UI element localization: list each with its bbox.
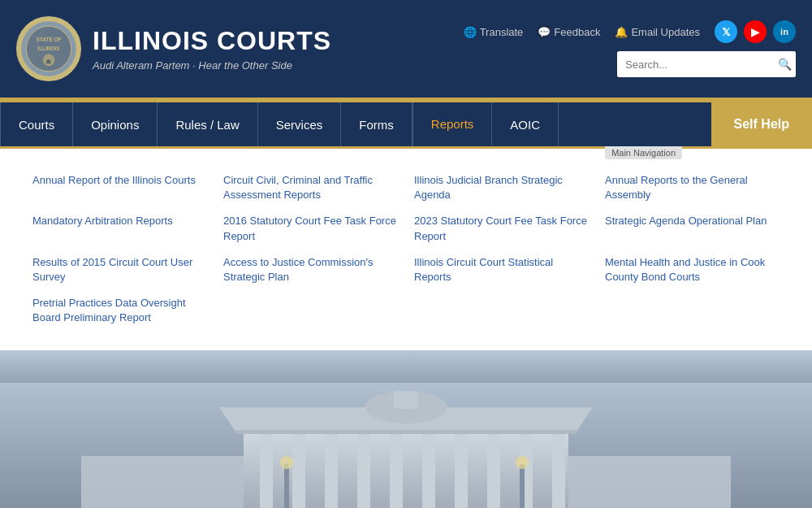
bell-icon: 🔔	[615, 26, 628, 38]
dropdown-item-12[interactable]: Pretrial Practices Data Oversight Board …	[32, 296, 207, 325]
dropdown-item-7[interactable]: Strategic Agenda Operational Plan	[605, 214, 780, 243]
svg-point-23	[280, 456, 293, 469]
dropdown-item-4[interactable]: Mandatory Arbitration Reports	[32, 214, 207, 243]
site-header: STATE OF ILLINOIS ⚖ ILLINOIS COURTS Audi…	[0, 0, 812, 98]
translate-icon: 🌐	[464, 26, 477, 38]
search-button[interactable]: 🔍	[770, 51, 796, 77]
svg-rect-9	[292, 423, 305, 509]
dropdown-item-2[interactable]: Illinois Judicial Branch Strategic Agend…	[414, 173, 589, 202]
reports-dropdown: Main Navigation Annual Report of the Ill…	[0, 146, 812, 350]
svg-rect-8	[260, 423, 273, 509]
svg-rect-13	[422, 423, 435, 509]
twitter-icon[interactable]: 𝕏	[715, 20, 737, 43]
svg-point-25	[516, 456, 529, 469]
nav-forms[interactable]: Forms	[341, 102, 412, 146]
nav-items: Courts Opinions Rules / Law Services For…	[0, 102, 711, 146]
search-icon: 🔍	[778, 58, 792, 71]
feedback-icon: 💬	[538, 26, 551, 38]
dropdown-item-9[interactable]: Access to Justice Commission's Strategic…	[223, 255, 398, 284]
site-subtitle: Audi Alteram Partem · Hear the Other Sid…	[93, 59, 331, 72]
feedback-link[interactable]: 💬 Feedback	[538, 26, 600, 38]
dropdown-item-6[interactable]: 2023 Statutory Court Fee Task Force Repo…	[414, 214, 589, 243]
nav-aoic[interactable]: AOIC	[492, 102, 559, 146]
nav-bar: Courts Opinions Rules / Law Services For…	[0, 102, 812, 146]
search-bar: 🔍	[617, 51, 796, 77]
svg-rect-27	[568, 456, 731, 509]
dropdown-item-10[interactable]: Illinois Circuit Court Statistical Repor…	[414, 255, 589, 284]
self-help-button[interactable]: Self Help	[711, 102, 812, 146]
svg-rect-17	[552, 423, 565, 509]
state-seal: STATE OF ILLINOIS ⚖	[16, 16, 81, 81]
svg-rect-15	[487, 423, 500, 509]
youtube-icon[interactable]: ▶	[744, 20, 767, 43]
dropdown-item-5[interactable]: 2016 Statutory Court Fee Task Force Repo…	[223, 214, 398, 243]
svg-text:ILLINOIS: ILLINOIS	[37, 46, 60, 51]
nav-reports-wrapper: Reports	[412, 102, 493, 146]
dropdown-item-3[interactable]: Annual Reports to the General Assembly	[605, 173, 780, 202]
nav-tooltip-label: Main Navigation	[605, 146, 682, 159]
linkedin-icon[interactable]: in	[773, 20, 796, 43]
nav-reports[interactable]: Reports	[412, 102, 493, 145]
nav-services[interactable]: Services	[258, 102, 342, 146]
svg-rect-10	[325, 423, 338, 509]
svg-rect-26	[81, 456, 244, 509]
svg-rect-24	[520, 464, 525, 509]
svg-text:STATE OF: STATE OF	[36, 37, 61, 42]
translate-link[interactable]: 🌐 Translate	[464, 26, 524, 38]
dropdown-item-1[interactable]: Circuit Civil, Criminal and Traffic Asse…	[223, 173, 398, 202]
svg-rect-21	[394, 391, 418, 409]
nav-courts[interactable]: Courts	[0, 102, 73, 146]
building-illustration	[0, 383, 812, 509]
svg-rect-12	[390, 423, 403, 509]
svg-rect-19	[235, 430, 577, 434]
nav-rules-law[interactable]: Rules / Law	[158, 102, 257, 146]
svg-rect-14	[455, 423, 468, 509]
logo-text: ILLINOIS COURTS Audi Alteram Partem · He…	[93, 26, 331, 72]
svg-rect-11	[357, 423, 370, 509]
social-icons: 𝕏 ▶ in	[715, 20, 796, 43]
email-updates-link[interactable]: 🔔 Email Updates	[615, 26, 700, 38]
search-input[interactable]	[617, 52, 770, 77]
site-title: ILLINOIS COURTS	[93, 26, 331, 56]
dropdown-item-8[interactable]: Results of 2015 Circuit Court User Surve…	[32, 255, 207, 284]
dropdown-item-11[interactable]: Mental Health and Justice in Cook County…	[605, 255, 780, 284]
svg-rect-22	[284, 464, 289, 509]
logo-area: STATE OF ILLINOIS ⚖ ILLINOIS COURTS Audi…	[16, 16, 331, 81]
dropdown-item-0[interactable]: Annual Report of the Illinois Courts	[32, 173, 207, 202]
top-links: 🌐 Translate 💬 Feedback 🔔 Email Updates 𝕏…	[464, 20, 796, 43]
hero-image	[0, 350, 812, 509]
nav-opinions[interactable]: Opinions	[73, 102, 158, 146]
header-right: 🌐 Translate 💬 Feedback 🔔 Email Updates 𝕏…	[464, 20, 796, 77]
